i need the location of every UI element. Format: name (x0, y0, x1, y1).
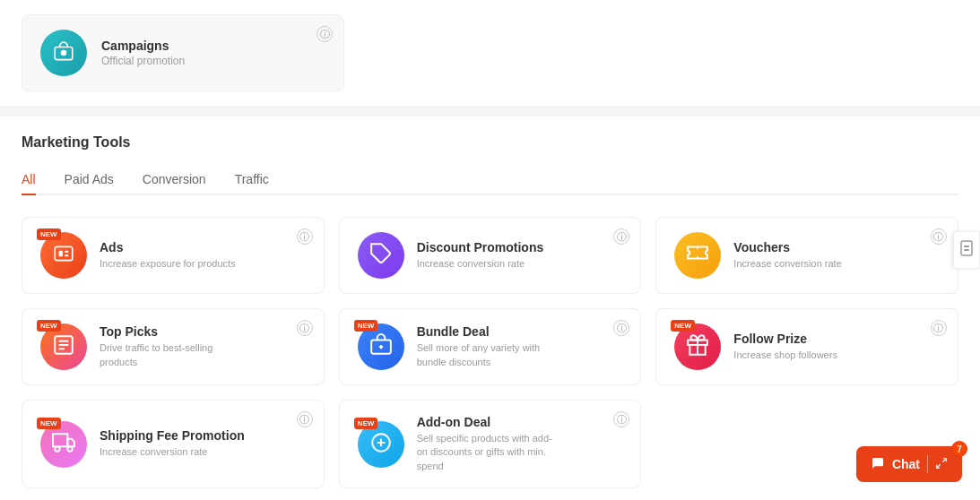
chat-expand-icon (935, 457, 948, 472)
svg-line-28 (942, 458, 946, 461)
tool-name-discount-promotions: Discount Promotions (417, 240, 544, 254)
tool-info-icon-bundle-deal[interactable]: ⓘ (613, 320, 629, 336)
new-badge-follow-prize: NEW (671, 320, 695, 332)
tool-desc-discount-promotions: Increase conversion rate (417, 257, 544, 271)
tab-paid-ads[interactable]: Paid Ads (65, 165, 114, 195)
tool-info-vouchers: Vouchers Increase conversion rate (733, 240, 841, 271)
tool-card-top-picks[interactable]: NEW Top Picks Drive traffic to best-sell… (22, 308, 325, 385)
new-badge-shipping-fee-promotion: NEW (37, 418, 61, 429)
campaign-subtitle: Official promotion (101, 55, 185, 67)
campaign-card[interactable]: Campaigns Official promotion ⓘ (22, 14, 344, 91)
svg-rect-27 (964, 249, 969, 251)
svg-rect-5 (65, 254, 68, 256)
campaign-info-icon[interactable]: ⓘ (317, 26, 333, 42)
svg-marker-19 (67, 438, 74, 446)
campaign-icon (40, 30, 87, 76)
tool-info-icon-follow-prize[interactable]: ⓘ (931, 320, 947, 336)
chat-badge: 7 (951, 441, 967, 457)
svg-line-29 (937, 464, 941, 468)
tool-info-top-picks: Top Picks Drive traffic to best-selling … (100, 324, 243, 369)
chat-button[interactable]: Chat 7 (856, 446, 962, 482)
tool-card-ads[interactable]: NEW Ads Increase exposure for products ⓘ (22, 217, 325, 294)
new-badge-ads: NEW (37, 228, 61, 240)
new-badge-top-picks: NEW (37, 320, 61, 332)
svg-point-1 (61, 50, 67, 56)
tool-info-icon-ads[interactable]: ⓘ (297, 228, 313, 245)
tool-desc-top-picks: Drive traffic to best-selling products (100, 341, 243, 369)
tab-traffic[interactable]: Traffic (235, 165, 269, 195)
truck-icon (52, 431, 75, 458)
tool-card-add-on-deal[interactable]: NEW Add-on Deal Sell specific products w… (339, 400, 642, 488)
bundle-icon (369, 333, 393, 360)
tool-desc-shipping-fee-promotion: Increase conversion rate (100, 445, 243, 459)
tool-info-shipping-fee-promotion: Shipping Fee Promotion Increase conversi… (100, 428, 245, 459)
svg-rect-4 (65, 251, 68, 253)
tool-name-top-picks: Top Picks (100, 324, 243, 339)
tool-desc-ads: Increase exposure for products (100, 257, 236, 271)
section-title: Marketing Tools (22, 134, 958, 151)
tag-icon (369, 242, 393, 269)
tool-card-follow-prize[interactable]: NEW Follow Prize Increase shop followers… (655, 308, 958, 385)
svg-rect-3 (59, 251, 63, 257)
tool-icon-wrap-discount-promotions (358, 232, 404, 279)
tool-info-icon-shipping-fee-promotion[interactable]: ⓘ (297, 411, 313, 427)
chat-divider (927, 455, 928, 473)
tool-card-vouchers[interactable]: Vouchers Increase conversion rate ⓘ (655, 217, 958, 294)
new-badge-add-on-deal: NEW (354, 418, 378, 429)
tool-desc-add-on-deal: Sell specific products with add-on disco… (417, 432, 560, 473)
tool-info-bundle-deal: Bundle Deal Sell more of any variety wit… (417, 324, 560, 369)
ticket-icon (686, 242, 709, 269)
tool-info-icon-discount-promotions[interactable]: ⓘ (613, 228, 629, 245)
scroll-indicator[interactable] (953, 231, 980, 269)
new-badge-bundle-deal: NEW (354, 320, 378, 332)
list-icon (52, 333, 75, 360)
tool-icon-wrap-add-on-deal: NEW (358, 421, 404, 468)
chat-label: Chat (892, 457, 920, 471)
tab-conversion[interactable]: Conversion (143, 165, 206, 195)
tool-desc-bundle-deal: Sell more of any variety with bundle dis… (417, 341, 560, 369)
tool-info-icon-vouchers[interactable]: ⓘ (931, 228, 947, 245)
tool-name-vouchers: Vouchers (733, 240, 841, 254)
campaign-title: Campaigns (101, 39, 185, 53)
tool-name-add-on-deal: Add-on Deal (417, 415, 560, 429)
tool-card-discount-promotions[interactable]: Discount Promotions Increase conversion … (339, 217, 642, 294)
tool-desc-follow-prize: Increase shop followers (733, 349, 837, 362)
tool-info-icon-add-on-deal[interactable]: ⓘ (613, 411, 629, 427)
tool-desc-vouchers: Increase conversion rate (733, 257, 841, 271)
marketing-section: Marketing Tools All Paid Ads Conversion … (0, 116, 980, 500)
svg-point-21 (67, 446, 72, 451)
campaign-info: Campaigns Official promotion (101, 39, 185, 67)
tool-icon-wrap-vouchers (674, 232, 721, 279)
tool-icon-wrap-bundle-deal: NEW (358, 323, 404, 370)
ad-icon (52, 242, 75, 269)
svg-rect-2 (55, 246, 73, 260)
tool-icon-wrap-follow-prize: NEW (674, 323, 721, 370)
svg-rect-26 (964, 246, 969, 247)
addon-icon (369, 431, 393, 458)
gift-icon (686, 333, 709, 360)
top-section: Campaigns Official promotion ⓘ (0, 0, 980, 106)
tool-icon-wrap-top-picks: NEW (40, 323, 87, 370)
tool-info-follow-prize: Follow Prize Increase shop followers (733, 332, 837, 362)
tool-info-icon-top-picks[interactable]: ⓘ (297, 320, 313, 336)
svg-rect-25 (961, 241, 972, 255)
tabs-container: All Paid Ads Conversion Traffic (22, 165, 958, 195)
tool-icon-wrap-ads: NEW (40, 232, 87, 279)
svg-point-20 (55, 446, 59, 451)
tool-name-shipping-fee-promotion: Shipping Fee Promotion (100, 428, 245, 443)
tools-grid: NEW Ads Increase exposure for products ⓘ… (22, 217, 958, 488)
svg-rect-18 (53, 434, 67, 446)
tool-name-ads: Ads (100, 240, 236, 254)
tool-icon-wrap-shipping-fee-promotion: NEW (40, 421, 87, 468)
chat-icon (871, 456, 885, 473)
tool-name-bundle-deal: Bundle Deal (417, 324, 560, 339)
tool-info-ads: Ads Increase exposure for products (100, 240, 236, 271)
tool-card-shipping-fee-promotion[interactable]: NEW Shipping Fee Promotion Increase conv… (22, 400, 325, 488)
tool-info-add-on-deal: Add-on Deal Sell specific products with … (417, 415, 560, 473)
tool-card-bundle-deal[interactable]: NEW Bundle Deal Sell more of any variety… (339, 308, 642, 385)
tool-name-follow-prize: Follow Prize (733, 332, 837, 346)
tool-info-discount-promotions: Discount Promotions Increase conversion … (417, 240, 544, 271)
tab-all[interactable]: All (22, 165, 36, 195)
